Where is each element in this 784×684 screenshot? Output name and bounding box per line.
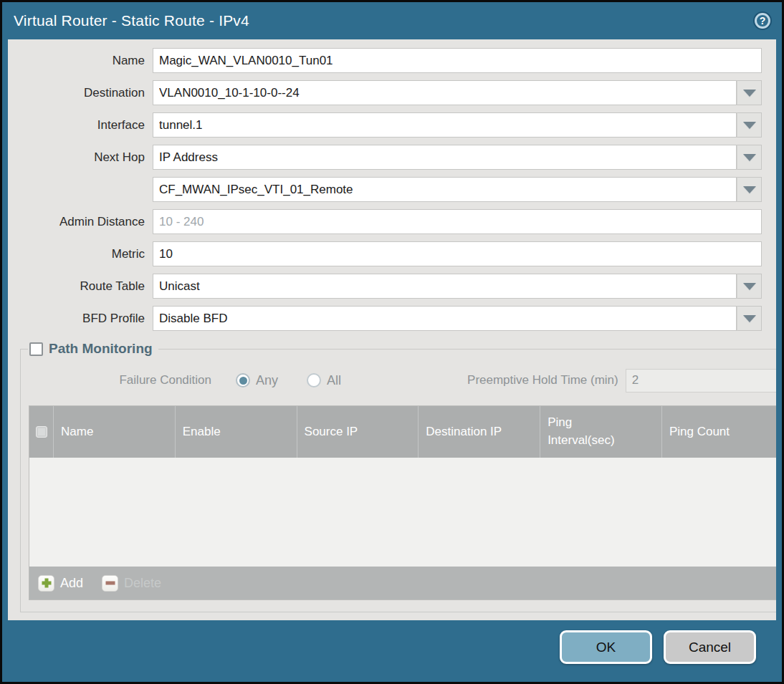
failure-condition-any-label: Any xyxy=(256,373,278,388)
failure-condition-row: Failure Condition Any All Preemptive Hol… xyxy=(28,368,776,392)
route-table-input[interactable] xyxy=(153,274,737,299)
path-monitoring-checkbox[interactable] xyxy=(29,342,43,356)
select-all-checkbox[interactable] xyxy=(36,426,47,438)
delete-button[interactable]: Delete xyxy=(102,575,161,592)
dialog-title: Virtual Router - Static Route - IPv4 xyxy=(14,12,249,29)
column-header-source-ip: Source IP xyxy=(297,406,419,458)
path-monitoring-legend: Path Monitoring xyxy=(28,341,158,357)
preemptive-hold-time-input[interactable] xyxy=(626,369,776,392)
bfd-profile-label: BFD Profile xyxy=(8,312,153,326)
chevron-down-icon xyxy=(743,283,756,290)
table-toolbar: Add Delete xyxy=(29,567,776,599)
column-header-enable: Enable xyxy=(176,406,297,458)
table-body-empty xyxy=(29,458,776,567)
chevron-down-icon xyxy=(743,90,756,97)
destination-dropdown-button[interactable] xyxy=(737,80,762,105)
next-hop-address-dropdown-button[interactable] xyxy=(737,177,762,202)
delete-button-label: Delete xyxy=(124,576,161,591)
destination-label: Destination xyxy=(8,86,153,100)
metric-row: Metric xyxy=(8,241,762,266)
chevron-down-icon xyxy=(743,154,756,161)
column-header-ping-interval: Ping Interval(sec) xyxy=(540,406,662,458)
interface-row: Interface xyxy=(8,112,762,138)
path-monitoring-section: Path Monitoring Failure Condition Any Al… xyxy=(20,341,776,612)
static-route-dialog: Virtual Router - Static Route - IPv4 ? N… xyxy=(0,0,784,684)
path-monitoring-title: Path Monitoring xyxy=(49,341,153,357)
next-hop-label: Next Hop xyxy=(8,150,153,165)
name-row: Name xyxy=(8,48,762,73)
admin-distance-row: Admin Distance xyxy=(8,209,762,234)
route-table-label: Route Table xyxy=(8,279,153,294)
chevron-down-icon xyxy=(743,122,756,129)
column-header-destination-ip: Destination IP xyxy=(419,406,540,458)
failure-condition-label: Failure Condition xyxy=(28,373,220,387)
chevron-down-icon xyxy=(743,186,756,193)
next-hop-row: Next Hop xyxy=(8,145,762,170)
plus-icon xyxy=(38,575,54,592)
route-table-dropdown-button[interactable] xyxy=(737,274,762,299)
minus-icon xyxy=(102,575,118,592)
name-input[interactable] xyxy=(153,48,762,73)
destination-row: Destination xyxy=(8,80,762,105)
interface-input[interactable] xyxy=(153,112,737,138)
interface-dropdown-button[interactable] xyxy=(737,112,762,138)
failure-condition-any-radio[interactable] xyxy=(236,373,250,387)
ok-button[interactable]: OK xyxy=(560,630,652,664)
select-all-cell xyxy=(29,406,54,458)
next-hop-type-input[interactable] xyxy=(153,145,737,170)
add-button-label: Add xyxy=(60,576,83,591)
failure-condition-all-radio[interactable] xyxy=(307,373,321,387)
table-header-row: Name Enable Source IP Destination IP Pin… xyxy=(29,406,776,458)
route-table-row: Route Table xyxy=(8,274,762,299)
next-hop-dropdown-button[interactable] xyxy=(737,145,762,170)
next-hop-address-input[interactable] xyxy=(153,177,737,202)
bfd-profile-input[interactable] xyxy=(153,306,737,331)
name-label: Name xyxy=(8,54,153,68)
dialog-titlebar: Virtual Router - Static Route - IPv4 ? xyxy=(2,2,782,39)
interface-label: Interface xyxy=(8,118,153,133)
preemptive-hold-time-label: Preemptive Hold Time (min) xyxy=(467,373,626,387)
failure-condition-all-label: All xyxy=(327,373,341,388)
chevron-down-icon xyxy=(743,315,756,322)
add-button[interactable]: Add xyxy=(38,575,83,592)
admin-distance-label: Admin Distance xyxy=(8,215,153,229)
metric-input[interactable] xyxy=(153,241,762,266)
next-hop-address-row xyxy=(8,177,762,202)
admin-distance-input[interactable] xyxy=(153,209,762,234)
help-icon[interactable]: ? xyxy=(755,13,770,29)
bfd-profile-row: BFD Profile xyxy=(8,306,762,331)
dialog-content: Name Destination Interface Next Hop xyxy=(8,39,776,620)
cancel-button[interactable]: Cancel xyxy=(664,630,756,664)
destination-input[interactable] xyxy=(153,80,737,105)
column-header-name: Name xyxy=(54,406,176,458)
metric-label: Metric xyxy=(8,247,153,261)
dialog-footer: OK Cancel xyxy=(2,620,782,682)
path-monitoring-table: Name Enable Source IP Destination IP Pin… xyxy=(29,405,776,600)
column-header-ping-count: Ping Count xyxy=(662,406,776,458)
bfd-profile-dropdown-button[interactable] xyxy=(737,306,762,331)
